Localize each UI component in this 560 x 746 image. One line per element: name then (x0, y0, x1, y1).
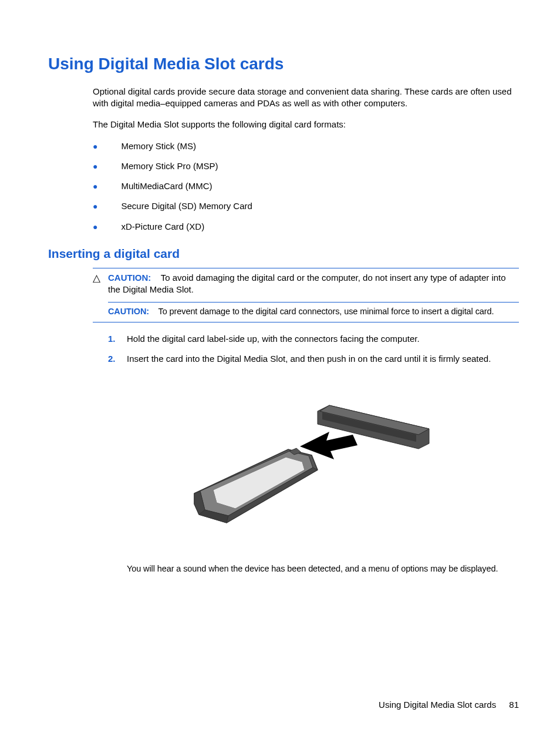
after-image-note: You will hear a sound when the device ha… (127, 563, 519, 575)
caution-text-1: To avoid damaging the digital card or th… (108, 273, 506, 294)
footer-title: Using Digital Media Slot cards (379, 700, 496, 710)
step-text: Hold the digital card label-side up, wit… (127, 333, 420, 345)
list-item: Memory Stick Pro (MSP) (121, 160, 218, 172)
intro-paragraph: Optional digital cards provide secure da… (93, 86, 519, 110)
step-number: 2. (108, 353, 127, 365)
section-subheading: Inserting a digital card (48, 246, 519, 262)
steps-list: 1.Hold the digital card label-side up, w… (108, 333, 519, 365)
bullet-icon: ● (93, 141, 97, 152)
step-text: Insert the card into the Digital Media S… (127, 353, 491, 365)
bullet-icon: ● (93, 161, 97, 172)
page-footer: Using Digital Media Slot cards 81 (379, 699, 519, 711)
list-item: Memory Stick (MS) (121, 140, 196, 152)
list-item: Secure Digital (SD) Memory Card (121, 200, 252, 212)
insert-card-illustration (93, 382, 519, 549)
footer-page-number: 81 (509, 700, 519, 710)
supports-paragraph: The Digital Media Slot supports the foll… (93, 119, 519, 130)
caution-text-2: To prevent damage to the digital card co… (158, 307, 494, 316)
step-number: 1. (108, 333, 127, 345)
bullet-icon: ● (93, 221, 97, 233)
caution-triangle-icon: △ (93, 272, 108, 283)
list-item: xD-Picture Card (XD) (121, 221, 204, 233)
page-title: Using Digital Media Slot cards (48, 53, 519, 75)
bullet-icon: ● (93, 201, 97, 212)
caution-label: CAUTION: (108, 273, 151, 283)
bullet-icon: ● (93, 181, 97, 192)
list-item: MultiMediaCard (MMC) (121, 180, 212, 192)
caution-label: CAUTION: (108, 307, 149, 316)
format-list: ●Memory Stick (MS) ●Memory Stick Pro (MS… (93, 140, 519, 233)
caution-box: △ CAUTION: To avoid damaging the digital… (93, 268, 519, 322)
